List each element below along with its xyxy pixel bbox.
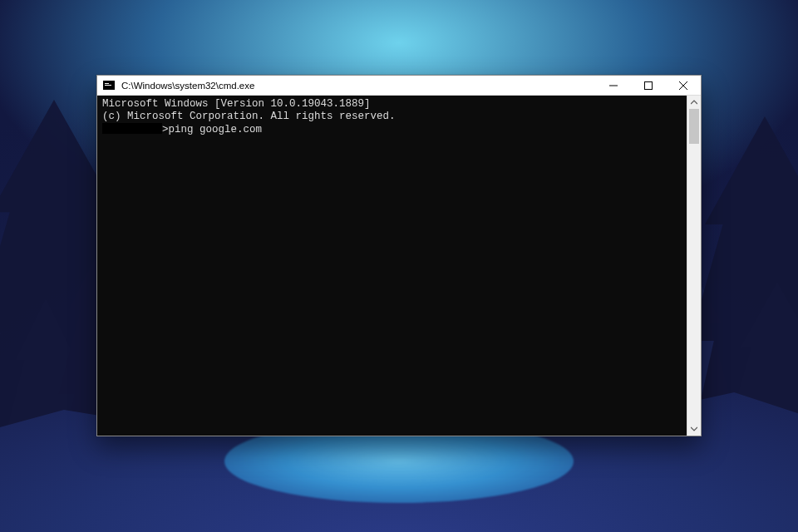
chevron-down-icon — [691, 426, 697, 432]
vertical-scrollbar[interactable] — [687, 96, 701, 436]
chevron-up-icon — [691, 99, 697, 106]
titlebar[interactable]: C:\Windows\system32\cmd.exe — [97, 76, 701, 96]
window-title: C:\Windows\system32\cmd.exe — [121, 81, 254, 91]
close-button[interactable] — [666, 76, 701, 96]
typed-command: ping google.com — [169, 124, 263, 135]
scrollbar-thumb[interactable] — [689, 109, 699, 144]
close-icon — [679, 81, 687, 90]
minimize-icon — [609, 81, 618, 90]
cmd-window[interactable]: C:\Windows\system32\cmd.exe Microsoft Wi… — [96, 75, 702, 436]
scroll-up-button[interactable] — [687, 96, 701, 109]
maximize-icon — [644, 81, 653, 90]
minimize-button[interactable] — [596, 76, 631, 96]
desktop-wallpaper: C:\Windows\system32\cmd.exe Microsoft Wi… — [0, 0, 798, 532]
terminal-output[interactable]: Microsoft Windows [Version 10.0.19043.18… — [97, 96, 687, 436]
prompt-path-redacted — [102, 123, 162, 134]
terminal-line: (c) Microsoft Corporation. All rights re… — [102, 111, 687, 123]
terminal-line: Microsoft Windows [Version 10.0.19043.18… — [102, 98, 687, 111]
window-client-area: Microsoft Windows [Version 10.0.19043.18… — [97, 96, 701, 436]
svg-rect-0 — [645, 81, 653, 89]
scrollbar-track[interactable] — [687, 109, 701, 422]
maximize-button[interactable] — [631, 76, 666, 96]
scroll-down-button[interactable] — [687, 422, 701, 436]
prompt-delimiter: > — [162, 124, 169, 135]
cmd-icon — [101, 77, 117, 94]
terminal-prompt-line: >ping google.com — [102, 123, 687, 136]
